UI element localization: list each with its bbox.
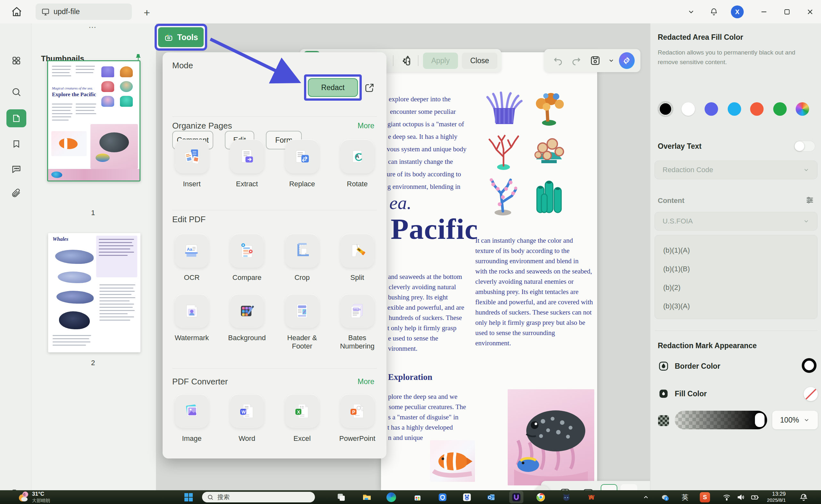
- start-button[interactable]: [183, 491, 194, 503]
- two-page-view-icon[interactable]: [556, 487, 574, 490]
- battery-icon[interactable]: [749, 491, 761, 503]
- updf-app-active-tile[interactable]: [509, 491, 523, 503]
- maximize-button[interactable]: [780, 4, 794, 19]
- close-redact-button[interactable]: Close: [462, 53, 497, 69]
- code-item-b2[interactable]: (b)(2): [663, 283, 681, 292]
- compare-tool[interactable]: [230, 234, 264, 268]
- tools-button[interactable]: Tools: [158, 27, 204, 47]
- rotate-tool[interactable]: A: [340, 139, 374, 173]
- convert-word-tool[interactable]: W: [230, 394, 264, 428]
- minimize-button[interactable]: [757, 4, 771, 19]
- taskbar-temperature[interactable]: 31°C: [32, 491, 44, 497]
- weather-icon[interactable]: 6: [17, 491, 30, 504]
- baidu-icon[interactable]: du: [461, 491, 473, 503]
- pdf-page-1[interactable]: explore deeper into the encounter some p…: [381, 52, 597, 490]
- home-icon[interactable]: [11, 6, 22, 18]
- swatch-custom-rainbow[interactable]: [796, 102, 809, 116]
- content-filter-sliders-icon[interactable]: [805, 195, 815, 205]
- document-tab[interactable]: updf-file: [36, 4, 132, 20]
- code-item-b1a[interactable]: (b)(1)(A): [663, 246, 690, 255]
- page-1-thumbnail[interactable]: Magical creatures of the sea. Explore th…: [47, 60, 140, 181]
- attachment-paperclip-icon[interactable]: [6, 184, 26, 202]
- opacity-slider[interactable]: [675, 411, 767, 429]
- tray-s-app-icon[interactable]: S: [699, 491, 711, 503]
- taskbar-search-box[interactable]: 搜索: [202, 492, 315, 502]
- save-icon[interactable]: [587, 55, 604, 66]
- swatch-black-selected[interactable]: [657, 101, 673, 117]
- code-item-b3a[interactable]: (b)(3)(A): [663, 302, 690, 310]
- convert-image-tool[interactable]: [175, 394, 209, 428]
- ime-language-indicator[interactable]: 英: [679, 491, 691, 503]
- extract-tool[interactable]: [230, 139, 264, 173]
- file-explorer-icon[interactable]: [361, 491, 373, 503]
- titlebar-chevron-down-icon[interactable]: [684, 4, 698, 19]
- swatch-white[interactable]: [681, 102, 695, 116]
- presentation-mode-icon[interactable]: [580, 487, 597, 490]
- pc-manager-shield-icon[interactable]: [437, 491, 448, 503]
- swatch-indigo[interactable]: [705, 102, 718, 116]
- redo-icon[interactable]: [568, 55, 584, 66]
- onedrive-cloud-icon[interactable]: i: [659, 491, 671, 503]
- replace-tool[interactable]: [285, 139, 319, 173]
- opacity-value-dropdown[interactable]: 100%: [772, 411, 818, 429]
- redaction-code-dropdown[interactable]: Redaction Code: [655, 161, 817, 179]
- page-2-thumbnail[interactable]: Whales: [48, 233, 140, 352]
- insert-tool[interactable]: [175, 139, 209, 173]
- cat-app-icon[interactable]: [561, 491, 572, 503]
- panel-drag-handle[interactable]: ⋯: [89, 23, 97, 32]
- close-window-button[interactable]: [803, 4, 817, 19]
- content-label: Content: [658, 197, 684, 205]
- overlay-text-toggle[interactable]: [794, 141, 815, 152]
- tray-clock[interactable]: 13:29 2025/8/1: [767, 491, 786, 503]
- comments-icon[interactable]: [6, 160, 26, 178]
- wps-icon[interactable]: W: [586, 491, 597, 503]
- convert-excel-tool[interactable]: X: [285, 394, 319, 428]
- fill-color-none-swatch[interactable]: [804, 387, 818, 401]
- previous-page-chevron-icon[interactable]: [646, 487, 650, 490]
- crop-tool[interactable]: [285, 234, 319, 268]
- ai-assistant-button[interactable]: [619, 52, 635, 69]
- mode-redact-button[interactable]: Redact: [308, 78, 358, 97]
- focus-assist-bell-icon[interactable]: [798, 491, 809, 503]
- edge-browser-icon[interactable]: [385, 491, 397, 503]
- undo-icon[interactable]: [550, 55, 566, 66]
- tray-expand-chevron-icon[interactable]: [640, 491, 652, 503]
- page-1-box[interactable]: 1: [601, 484, 617, 490]
- open-in-new-window-icon[interactable]: [362, 80, 377, 95]
- bookmark-icon[interactable]: [6, 135, 26, 153]
- header-footer-tool[interactable]: [285, 294, 319, 328]
- chrome-icon[interactable]: [535, 491, 546, 503]
- apply-button[interactable]: Apply: [423, 53, 458, 69]
- search-icon[interactable]: [6, 83, 26, 101]
- windows-taskbar: 6 31°C 大部晴朗 搜索 du: [0, 490, 821, 504]
- swatch-orange[interactable]: [750, 102, 764, 116]
- bates-numbering-tool[interactable]: 000123: [340, 294, 374, 328]
- standard-dropdown[interactable]: U.S.FOIA: [655, 212, 817, 231]
- swatch-cyan[interactable]: [728, 102, 741, 116]
- wifi-icon[interactable]: [721, 491, 732, 503]
- task-view-icon[interactable]: [335, 491, 347, 503]
- grid-view-icon[interactable]: [6, 52, 26, 70]
- border-color-swatch[interactable]: [802, 358, 817, 373]
- watermark-tool[interactable]: [175, 294, 209, 328]
- volume-icon[interactable]: [735, 491, 747, 503]
- redaction-codes-list: (b)(1)(A) (b)(1)(B) (b)(2) (b)(3)(A): [655, 235, 817, 319]
- new-tab-button[interactable]: +: [144, 6, 150, 19]
- background-tool[interactable]: [230, 294, 264, 328]
- convert-powerpoint-tool[interactable]: P: [340, 394, 374, 428]
- split-tool[interactable]: [340, 234, 374, 268]
- save-options-chevron-icon[interactable]: [606, 57, 616, 64]
- sanitize-document-icon[interactable]: [398, 55, 413, 67]
- outlook-icon[interactable]: [486, 491, 497, 503]
- opacity-slider-knob[interactable]: [755, 413, 765, 427]
- ocr-tool[interactable]: Aa: [175, 234, 209, 268]
- code-item-b1b[interactable]: (b)(1)(B): [663, 265, 690, 273]
- user-avatar[interactable]: X: [731, 5, 744, 18]
- page-2-box[interactable]: 2: [621, 484, 637, 490]
- thumbnails-panel-icon[interactable]: [6, 109, 26, 127]
- swatch-green[interactable]: [773, 102, 787, 116]
- microsoft-store-icon[interactable]: [412, 491, 423, 503]
- pdf-converter-more-link[interactable]: More: [358, 377, 374, 386]
- notification-bell-icon[interactable]: [707, 4, 721, 19]
- organize-pages-more-link[interactable]: More: [358, 122, 374, 130]
